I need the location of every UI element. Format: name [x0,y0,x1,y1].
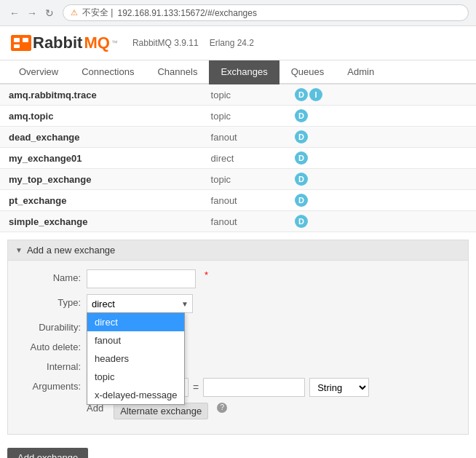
exchange-type-cell: topic [202,84,286,106]
exchanges-table: amq.rabbitmq.tracetopicDIamq.topictopicD… [0,84,476,232]
empty-cell [376,127,409,148]
empty-cell [409,169,443,190]
section-header[interactable]: ▼ Add a new exchange [8,240,468,261]
nav-exchanges[interactable]: Exchanges [209,60,279,84]
table-row[interactable]: my_exchange01directD [0,148,476,169]
arguments-label: Arguments: [15,378,81,392]
empty-cell [409,211,443,232]
auto-delete-row: Auto delete: ? [15,339,461,352]
exchange-badges-cell: DI [286,84,376,106]
type-select-wrapper: direct fanout headers topic x-delayed-me… [87,294,193,313]
exchange-badges-cell: D [286,106,376,127]
logo-mq-text: MQ [84,33,109,52]
table-row[interactable]: dead_exchangefanoutD [0,127,476,148]
browser-bar: ← → ↻ ⚠ 不安全 | 192.168.91.133:15672/#/exc… [0,0,476,26]
add-exchange-section: ▼ Add a new exchange Name: * Type: direc… [7,240,469,435]
exchange-name-cell: pt_exchange [0,190,202,211]
type-select[interactable]: direct fanout headers topic x-delayed-me… [87,294,193,313]
svg-rect-1 [14,38,20,42]
logo-tm: ™ [111,39,118,47]
exchange-badges-cell: D [286,169,376,190]
logo-rabbit-text: Rabbit [33,33,82,52]
empty-cell [409,190,443,211]
name-label: Name: [15,269,81,283]
security-icon: ⚠ [71,8,78,17]
nav-connections[interactable]: Connections [70,60,146,84]
arg-value-input[interactable] [203,378,305,397]
table-row[interactable]: simple_exchangefanoutD [0,211,476,232]
empty-cell [376,148,409,169]
empty-cell [443,169,476,190]
rabbitmq-version: RabbitMQ 3.9.11 [132,38,199,48]
empty-cell [376,84,409,106]
dropdown-direct[interactable]: direct [87,313,184,331]
back-button[interactable]: ← [7,6,22,20]
table-row[interactable]: amq.rabbitmq.tracetopicDI [0,84,476,106]
address-bar[interactable]: ⚠ 不安全 | 192.168.91.133:15672/#/exchanges [63,4,469,21]
required-indicator: * [205,269,208,280]
exchange-badges-cell: D [286,148,376,169]
empty-cell [443,211,476,232]
add-alt-spacer [15,403,81,406]
exchange-type-cell: fanout [202,190,286,211]
section-title: Add a new exchange [27,245,115,256]
badge-d: D [295,215,308,228]
browser-navigation: ← → ↻ [7,6,57,20]
version-info: RabbitMQ 3.9.11 Erlang 24.2 [132,38,254,48]
exchange-type-cell: direct [202,148,286,169]
add-alt-row: Add Alternate exchange ? [15,403,461,419]
empty-cell [443,148,476,169]
nav-overview[interactable]: Overview [7,60,70,84]
alt-exchange-help-icon[interactable]: ? [217,403,227,413]
exchange-type-cell: topic [202,169,286,190]
forward-button[interactable]: → [25,6,39,20]
exchange-type-cell: fanout [202,211,286,232]
url-text: 192.168.91.133:15672/#/exchanges [117,8,257,18]
dropdown-topic[interactable]: topic [87,368,184,386]
main-nav: Overview Connections Channels Exchanges … [0,60,476,84]
badge-d: D [295,109,308,122]
equals-sign: = [193,382,199,393]
empty-cell [409,84,443,106]
empty-cell [443,190,476,211]
exchange-name-cell: my_top_exchange [0,169,202,190]
erlang-version: Erlang 24.2 [210,38,254,48]
nav-channels[interactable]: Channels [146,60,209,84]
auto-delete-label: Auto delete: [15,339,81,352]
nav-admin[interactable]: Admin [336,60,386,84]
exchange-type-cell: topic [202,106,286,127]
name-input[interactable] [87,269,196,288]
empty-cell [443,84,476,106]
empty-cell [376,169,409,190]
badge-d: D [295,88,308,101]
app-header: RabbitMQ™ RabbitMQ 3.9.11 Erlang 24.2 [0,26,476,60]
add-exchange-button[interactable]: Add exchange [7,448,88,458]
empty-cell [376,211,409,232]
type-dropdown-open: direct fanout headers topic x-delayed-me… [87,312,185,405]
arguments-row: Arguments: = String [15,378,461,397]
badge-d: D [295,173,308,186]
table-row[interactable]: pt_exchangefanoutD [0,190,476,211]
nav-queues[interactable]: Queues [279,60,336,84]
internal-row: Internal: ? [15,358,461,372]
table-row[interactable]: amq.topictopicD [0,106,476,127]
exchange-badges-cell: D [286,190,376,211]
alt-exchange-button[interactable]: Alternate exchange [114,403,208,419]
table-row[interactable]: my_top_exchangetopicD [0,169,476,190]
empty-cell [409,148,443,169]
arg-type-select[interactable]: String [309,378,369,397]
exchange-name-cell: dead_exchange [0,127,202,148]
refresh-button[interactable]: ↻ [42,6,57,20]
dropdown-headers[interactable]: headers [87,350,184,368]
exchange-badges-cell: D [286,211,376,232]
arg-type-wrapper: String [309,378,369,397]
durability-label: Durability: [15,319,81,333]
badge-d: D [295,151,308,165]
svg-rect-3 [14,44,20,48]
dropdown-fanout[interactable]: fanout [87,331,184,350]
type-label: Type: [15,294,81,308]
dropdown-x-delayed[interactable]: x-delayed-message [87,386,184,404]
exchange-name-cell: amq.rabbitmq.trace [0,84,202,106]
empty-cell [376,106,409,127]
svg-rect-2 [23,38,28,42]
